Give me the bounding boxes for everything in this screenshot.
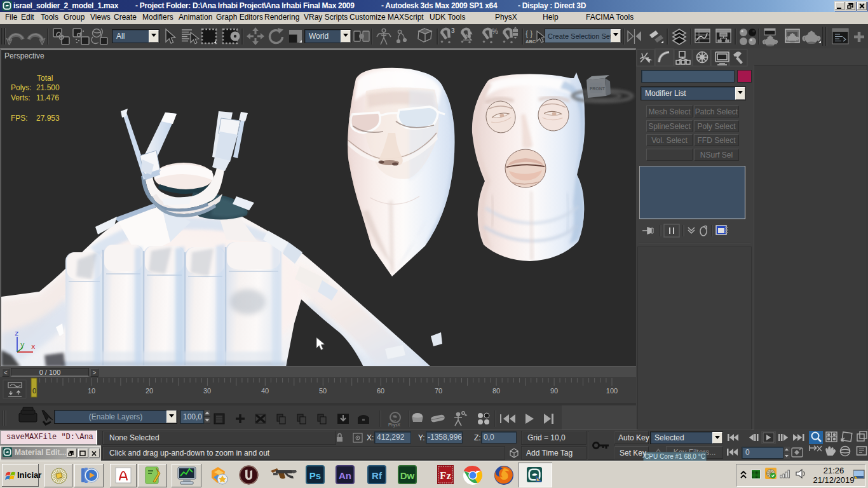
svg-text:FRONT: FRONT (590, 86, 606, 91)
svg-text:80: 80 (492, 387, 500, 395)
svg-text:Fz: Fz (440, 470, 451, 482)
svg-text:z: z (15, 330, 19, 337)
svg-text:70: 70 (435, 387, 442, 395)
svg-text:30: 30 (203, 387, 211, 395)
svg-text:x: x (31, 343, 36, 351)
svg-text:ABC: ABC (526, 39, 536, 44)
svg-text:100: 100 (606, 387, 618, 395)
svg-text:{ }: { } (526, 29, 532, 38)
svg-text:60: 60 (377, 387, 384, 395)
svg-text:90: 90 (550, 387, 558, 395)
svg-text:40: 40 (261, 387, 269, 395)
svg-text:PhysX: PhysX (388, 423, 400, 428)
svg-text:3: 3 (451, 27, 455, 34)
svg-text:0: 0 (32, 387, 36, 395)
svg-text:y: y (20, 341, 25, 349)
svg-text:50: 50 (319, 387, 327, 395)
svg-text:20: 20 (146, 387, 153, 395)
svg-text:%: % (492, 27, 498, 35)
svg-text:10: 10 (88, 387, 95, 395)
